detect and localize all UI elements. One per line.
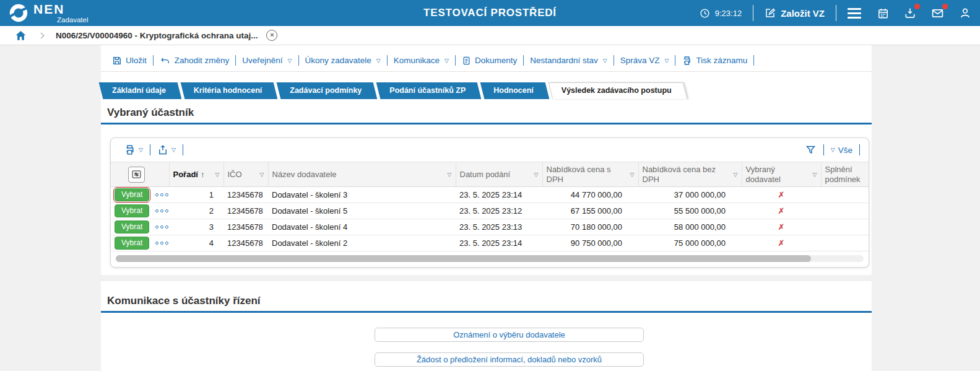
chevron-down-icon[interactable]: ▽ (630, 171, 635, 178)
chevron-down-icon: ▽ (603, 58, 607, 64)
cell-datum: 23. 5. 2025 23:13 (456, 219, 542, 235)
printer-icon (124, 144, 136, 155)
user-profile-icon[interactable] (959, 7, 971, 19)
chevron-down-icon: ▽ (444, 58, 449, 64)
documents-button[interactable]: Dokumenty (456, 56, 523, 66)
oznameni-o-vyberu-dodavatele-button[interactable]: Oznámení o výběru dodavatele (375, 328, 644, 342)
calendar-icon[interactable] (877, 7, 889, 19)
app-header: NEN Zadavatel TESTOVACÍ PROSTŘEDÍ 9:23:1… (0, 0, 980, 26)
row-menu-icon[interactable] (155, 209, 168, 212)
column-header-cena-s-dph[interactable]: Nabídková cena s DPH ▽ (542, 162, 638, 187)
chevron-down-icon: ▽ (139, 147, 143, 153)
participants-table: Pořadí↑ ▽ IČO ▽ Název dodavatele ▽ Dat (111, 162, 869, 251)
cell-cena-s-dph: 67 155 000,00 (542, 203, 638, 219)
clock-time: 9:23:12 (715, 9, 742, 18)
create-vz-button[interactable]: Založit VZ (765, 7, 825, 19)
header-divider (753, 5, 753, 21)
column-header-datum-podani[interactable]: Datum podání ▽ (456, 162, 542, 187)
notification-dot (914, 4, 920, 9)
column-header-vybrany-dodavatel[interactable]: Vybraný dodavatel ▽ (742, 162, 821, 187)
section-gap (101, 275, 872, 281)
table-row[interactable]: Vybrat 1 12345678 Dodavatel - školení 3 … (111, 187, 869, 203)
tab-bar: Základní údaje Kritéria hodnocení Zadáva… (102, 82, 872, 99)
chevron-down-icon: ▽ (171, 147, 176, 153)
cell-nazev: Dodavatel - školení 5 (268, 203, 456, 219)
cell-cena-s-dph: 44 770 000,00 (542, 187, 638, 203)
messages-icon[interactable] (931, 7, 944, 20)
grid-print-button[interactable]: ▽ (118, 144, 149, 155)
tab-podani-ucastniku-zp[interactable]: Podání účastníků ZP (379, 82, 478, 99)
zadost-o-predlozeni-informaci-button[interactable]: Žádost o předložení informací, dokladů n… (375, 352, 644, 367)
contracting-authority-actions-menu[interactable]: Úkony zadavatele▽ (299, 56, 387, 65)
clock-group: 9:23:12 (700, 8, 742, 19)
grid-scope-select[interactable]: ▽ Vše (825, 146, 858, 155)
grid-toolbar: ▽ ▽ ▽ Vše (111, 138, 869, 162)
cell-cena-s-dph: 90 750 000,00 (542, 235, 638, 251)
row-menu-icon[interactable] (155, 193, 168, 196)
table-row[interactable]: Vybrat 4 12345678 Dodavatel - školení 2 … (111, 235, 869, 251)
select-supplier-button[interactable]: Vybrat (115, 188, 149, 201)
save-icon (112, 56, 122, 66)
column-settings-icon[interactable] (128, 167, 145, 183)
cell-cena-bez-dph: 75 000 000,00 (638, 235, 742, 251)
chevron-down-icon[interactable]: ▽ (260, 171, 264, 178)
sort-asc-icon: ↑ (201, 170, 205, 180)
tab-vysledek-zadavaciho-postupu[interactable]: Výsledek zadávacího postupu (552, 82, 684, 99)
breadcrumb-current-item[interactable]: N006/25/V00004960 - Kryptografická ochra… (56, 31, 258, 40)
cell-nazev: Dodavatel - školení 2 (268, 235, 456, 251)
communication-menu[interactable]: Komunikace▽ (388, 56, 455, 65)
edit-icon (765, 7, 776, 19)
row-menu-icon[interactable] (155, 225, 168, 229)
downloads-icon[interactable] (904, 7, 916, 19)
select-supplier-button[interactable]: Vybrat (115, 220, 149, 234)
print-record-button[interactable]: Tisk záznamu (675, 56, 753, 66)
record-toolbar: Uložit Zahodit změny Uveřejnění▽ Úkony z… (101, 53, 872, 72)
column-header-ico[interactable]: IČO ▽ (223, 162, 268, 187)
cell-cena-bez-dph: 37 000 000,00 (638, 187, 742, 203)
nonstandard-state-menu[interactable]: Nestandardní stav▽ (524, 56, 613, 65)
select-supplier-button[interactable]: Vybrat (115, 204, 149, 217)
printer-icon (682, 56, 692, 66)
column-header-nazev-dodavatele[interactable]: Název dodavatele ▽ (268, 162, 456, 187)
not-selected-icon: ✗ (745, 238, 817, 248)
chevron-down-icon[interactable]: ▽ (534, 171, 539, 178)
cell-poradi: 1 (169, 187, 223, 203)
chevron-down-icon: ▽ (376, 58, 381, 64)
breadcrumb-chevron-icon (38, 32, 45, 38)
column-header-cena-bez-dph[interactable]: Nabídková cena bez DPH ▽ (638, 162, 742, 187)
chevron-down-icon: ▽ (288, 58, 292, 64)
nen-logo[interactable]: NEN Zadavatel (9, 2, 89, 24)
cell-datum: 23. 5. 2025 23:14 (456, 235, 542, 251)
chevron-down-icon[interactable]: ▽ (215, 171, 220, 178)
tab-zakladni-udaje[interactable]: Základní údaje (102, 82, 178, 99)
grid-export-button[interactable]: ▽ (152, 144, 181, 155)
menu-icon[interactable] (848, 8, 861, 19)
publishing-menu[interactable]: Uveřejnění▽ (236, 56, 298, 65)
cell-splneni (821, 203, 869, 219)
cell-nazev: Dodavatel - školení 3 (268, 187, 456, 203)
scrollbar-thumb[interactable] (116, 255, 811, 262)
save-button[interactable]: Uložit (106, 56, 153, 66)
chevron-down-icon[interactable]: ▽ (813, 171, 817, 178)
undo-icon (160, 56, 171, 66)
column-header-actions (111, 162, 169, 187)
tab-kriteria-hodnoceni[interactable]: Kritéria hodnocení (184, 82, 274, 99)
close-tab-icon[interactable]: × (266, 30, 277, 41)
discard-changes-button[interactable]: Zahodit změny (154, 56, 236, 66)
column-header-poradi[interactable]: Pořadí↑ ▽ (169, 162, 223, 187)
table-row[interactable]: Vybrat 3 12345678 Dodavatel - školení 4 … (111, 219, 869, 235)
tab-zadavaci-podminky[interactable]: Zadávací podmínky (280, 82, 374, 99)
row-menu-icon[interactable] (155, 242, 168, 245)
tab-hodnoceni[interactable]: Hodnocení (483, 82, 546, 99)
select-supplier-button[interactable]: Vybrat (115, 237, 149, 250)
table-row[interactable]: Vybrat 2 12345678 Dodavatel - školení 5 … (111, 203, 869, 219)
vz-administration-menu[interactable]: Správa VZ▽ (614, 56, 675, 65)
column-header-splneni-podminek[interactable]: Splnění podmínek (821, 162, 869, 187)
chevron-down-icon[interactable]: ▽ (734, 171, 738, 178)
chevron-down-icon[interactable]: ▽ (448, 171, 452, 178)
not-selected-icon: ✗ (745, 206, 817, 216)
grid-filter-button[interactable] (799, 144, 822, 155)
cell-poradi: 3 (169, 219, 223, 235)
horizontal-scrollbar[interactable] (116, 255, 864, 262)
home-icon[interactable] (15, 30, 27, 41)
